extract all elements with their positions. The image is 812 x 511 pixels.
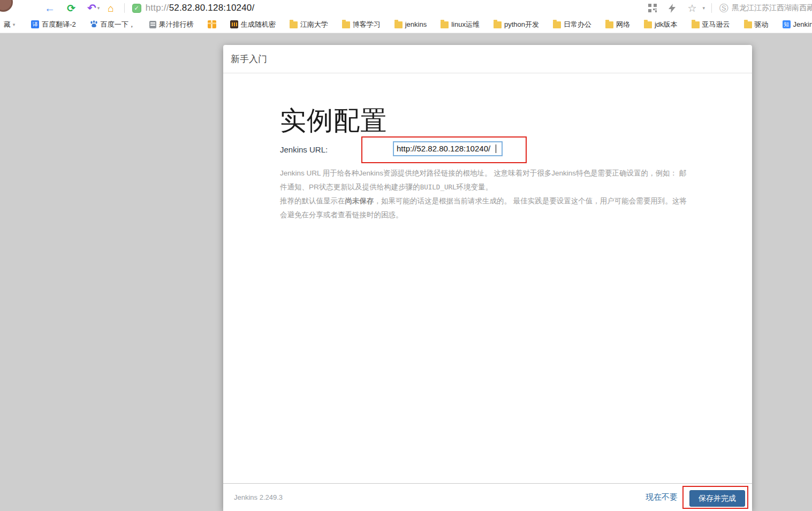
lightning-icon[interactable] bbox=[669, 4, 676, 13]
refresh-icon[interactable]: ⟳ bbox=[67, 3, 75, 13]
bookmark-overflow[interactable]: 藏 ▾ bbox=[1, 20, 17, 29]
bookmark-label: python开发 bbox=[504, 20, 539, 29]
avatar[interactable] bbox=[0, 0, 13, 12]
password-generator-icon bbox=[230, 20, 238, 28]
bookmark-folder[interactable]: 博客学习 bbox=[342, 20, 381, 29]
toolbar-divider bbox=[711, 3, 712, 13]
bookmark-folder[interactable]: 驱动 bbox=[744, 20, 769, 29]
dialog-footer: Jenkins 2.249.3 现在不要 保存并完成 bbox=[223, 483, 752, 511]
folder-icon bbox=[342, 21, 350, 28]
translate-icon: 译 bbox=[31, 20, 39, 28]
bookmark-label: linux运维 bbox=[451, 20, 480, 29]
zhihu-icon: 知 bbox=[783, 20, 791, 28]
bookmark-folder[interactable]: jdk版本 bbox=[644, 20, 678, 29]
setup-wizard-dialog: 新手入门 实例配置 Jenkins URL: Jenkins URL 用于给各种… bbox=[223, 45, 752, 511]
s-badge-icon[interactable]: Ⓢ bbox=[719, 2, 728, 14]
bookmark-label: 日常办公 bbox=[564, 20, 591, 29]
description-text: 推荐的默认值显示在 bbox=[280, 197, 345, 205]
qr-code-icon[interactable] bbox=[648, 4, 657, 12]
default-value-description: 推荐的默认值显示在尚未保存，如果可能的话这是根据当前请求生成的。 最佳实践是要设… bbox=[280, 194, 690, 222]
folder-icon bbox=[744, 21, 752, 28]
bookmark-item[interactable]: 百度一下， bbox=[90, 20, 135, 29]
toolbar-right-text: 黑龙江江苏江西湖南西藏书 bbox=[732, 3, 812, 13]
toolbar-divider bbox=[124, 3, 125, 13]
folder-icon bbox=[605, 21, 613, 28]
bookmark-label: 驱动 bbox=[755, 20, 769, 29]
bookmark-label: 百度翻译-2 bbox=[42, 20, 76, 29]
bookmark-label: 藏 bbox=[4, 20, 11, 29]
jenkins-url-label: Jenkins URL: bbox=[280, 145, 361, 154]
annotation-box-button: 保存并完成 bbox=[682, 486, 748, 509]
bookmark-label: jenkins bbox=[405, 20, 427, 28]
undo-dropdown-icon[interactable]: ▾ bbox=[97, 5, 100, 11]
bookmarks-bar: 藏 ▾ 译百度翻译-2 百度一下， 果汁排行榜 生成随机密 江南大学 博客学习 … bbox=[0, 16, 812, 33]
home-icon[interactable]: ⌂ bbox=[108, 3, 113, 13]
baidu-paw-icon bbox=[90, 20, 98, 28]
bookmark-folder[interactable]: python开发 bbox=[494, 20, 539, 29]
bookmark-label: 果汁排行榜 bbox=[159, 20, 194, 29]
bookmark-item[interactable]: 译百度翻译-2 bbox=[31, 20, 76, 29]
bookmark-label: 亚马逊云 bbox=[702, 20, 730, 29]
description-text: 环境变量。 bbox=[457, 183, 493, 191]
annotation-box-input bbox=[361, 136, 527, 163]
build-url-code: BUILD_URL bbox=[420, 183, 457, 191]
folder-icon bbox=[290, 21, 298, 28]
not-saved-bold-text: 尚未保存 bbox=[345, 197, 374, 205]
bookmark-label: 博客学习 bbox=[353, 20, 381, 29]
folder-icon bbox=[494, 21, 502, 28]
text-cursor bbox=[496, 144, 496, 153]
chevron-down-icon: ▾ bbox=[13, 22, 16, 27]
bookmark-folder[interactable]: 亚马逊云 bbox=[692, 20, 730, 29]
url-scheme: http:// bbox=[146, 3, 169, 13]
bookmark-item[interactable] bbox=[208, 20, 216, 28]
jenkins-url-input[interactable] bbox=[393, 141, 503, 156]
document-icon bbox=[149, 21, 156, 28]
jenkins-version: Jenkins 2.249.3 bbox=[234, 493, 283, 501]
bookmark-folder[interactable]: linux运维 bbox=[441, 20, 480, 29]
folder-icon bbox=[644, 21, 652, 28]
bookmark-folder[interactable]: 江南大学 bbox=[290, 20, 328, 29]
dialog-title: 新手入门 bbox=[223, 45, 752, 73]
browser-toolbar: ← ⟳ ↶ ▾ ⌂ ✓ http://52.82.80.128:10240/ ☆… bbox=[0, 0, 812, 16]
bookmark-item[interactable]: 果汁排行榜 bbox=[149, 20, 194, 29]
not-now-link[interactable]: 现在不要 bbox=[646, 492, 678, 502]
modal-backdrop: 新手入门 实例配置 Jenkins URL: Jenkins URL 用于给各种… bbox=[0, 33, 812, 511]
undo-icon[interactable]: ↶ bbox=[87, 3, 96, 13]
address-bar[interactable]: http://52.82.80.128:10240/ bbox=[146, 3, 255, 13]
bookmark-label: 生成随机密 bbox=[241, 20, 276, 29]
folder-icon bbox=[394, 21, 403, 28]
folder-icon bbox=[692, 21, 700, 28]
bookmark-folder[interactable]: 网络 bbox=[605, 20, 630, 29]
page-title: 实例配置 bbox=[280, 106, 752, 135]
bookmark-label: 百度一下， bbox=[101, 20, 135, 29]
security-shield-icon[interactable]: ✓ bbox=[132, 4, 141, 13]
save-and-finish-button[interactable]: 保存并完成 bbox=[689, 490, 745, 507]
bookmark-label: jdk版本 bbox=[655, 20, 678, 29]
gift-box-icon bbox=[208, 20, 216, 28]
jenkins-url-description: Jenkins URL 用于给各种Jenkins资源提供绝对路径链接的根地址。 … bbox=[280, 166, 690, 194]
folder-icon bbox=[553, 21, 561, 28]
bookmark-item[interactable]: 知Jenkins X bbox=[783, 20, 812, 28]
bookmark-label: Jenkins X bbox=[793, 20, 812, 28]
bookmark-item[interactable]: 生成随机密 bbox=[230, 20, 276, 29]
bookmark-folder[interactable]: 日常办公 bbox=[553, 20, 591, 29]
folder-icon bbox=[441, 21, 449, 28]
bookmark-label: 网络 bbox=[616, 20, 630, 29]
favorite-star-icon[interactable]: ☆ bbox=[687, 3, 696, 13]
back-icon[interactable]: ← bbox=[44, 3, 55, 13]
url-host: 52.82.80.128:10240/ bbox=[169, 3, 255, 13]
bookmark-label: 江南大学 bbox=[300, 20, 328, 29]
favorites-dropdown-icon[interactable]: ▾ bbox=[702, 5, 705, 11]
bookmark-folder[interactable]: jenkins bbox=[394, 20, 427, 28]
